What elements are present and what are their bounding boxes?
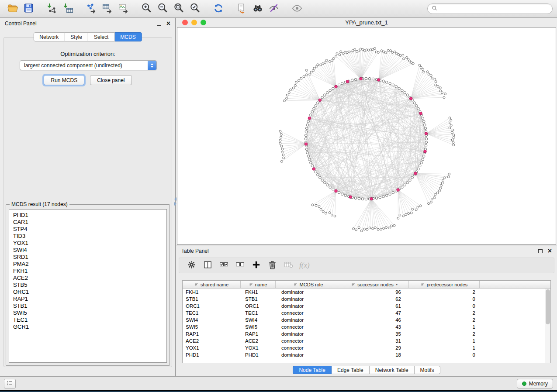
column-header-name[interactable]: name: [241, 281, 276, 288]
table-row[interactable]: FKH1FKH1dominator962: [183, 289, 550, 296]
mcds-result-list[interactable]: PHD1CAR1STP4TID3YOX1SWI4SRD1PMA2FKH1ACE2…: [9, 209, 167, 363]
tab-mcds[interactable]: MCDS: [114, 32, 142, 41]
mcds-result-item[interactable]: TEC1: [9, 316, 166, 323]
table-row[interactable]: STB1STB1dominator620: [183, 296, 550, 303]
mcds-result-item[interactable]: RAP1: [9, 296, 166, 303]
save-session-button[interactable]: [21, 1, 37, 16]
show-columns-button[interactable]: [201, 259, 214, 272]
right-region: YPA_prune.txt_1 Table Panel ×: [176, 18, 557, 376]
tab-label: Style: [70, 34, 82, 40]
import-table-button[interactable]: [60, 1, 76, 16]
close-panel-icon[interactable]: ×: [166, 20, 170, 27]
tab-network-table[interactable]: Network Table: [370, 366, 415, 374]
tab-select[interactable]: Select: [88, 32, 114, 41]
mcds-result-item[interactable]: PHD1: [9, 212, 166, 219]
unchecked-boxes-icon: [235, 260, 245, 271]
tab-network[interactable]: Network: [33, 32, 65, 41]
column-label: shared name: [201, 282, 228, 287]
memory-button[interactable]: Memory: [517, 379, 553, 389]
search-box: [427, 3, 553, 14]
table-cell: 35: [341, 330, 409, 337]
table-scrollbar[interactable]: [545, 289, 550, 363]
table-row[interactable]: SWI5SWI5connector431: [183, 323, 550, 330]
table-row[interactable]: SWI4SWI4dominator462: [183, 316, 550, 323]
run-mcds-button[interactable]: Run MCDS: [44, 75, 84, 85]
mcds-result-item[interactable]: SWI4: [9, 247, 166, 254]
hide-columns-button[interactable]: [282, 259, 294, 272]
mcds-result-item[interactable]: PMA2: [9, 261, 166, 268]
export-network-button[interactable]: [83, 1, 99, 16]
find-button[interactable]: [249, 1, 266, 16]
function-builder-button[interactable]: f(x): [299, 261, 310, 270]
search-input[interactable]: [440, 6, 548, 12]
close-panel-icon[interactable]: ×: [548, 248, 552, 254]
column-header-shared-name[interactable]: shared name: [183, 281, 241, 288]
mcds-result-item[interactable]: FKH1: [9, 268, 166, 275]
tab-edge-table[interactable]: Edge Table: [332, 366, 370, 374]
criterion-dropdown[interactable]: largest connected component (undirected): [20, 60, 157, 70]
scrollbar-thumb[interactable]: [546, 289, 550, 324]
export-image-button[interactable]: [115, 1, 131, 16]
table-row[interactable]: ACE2ACE2connector311: [183, 337, 550, 344]
tab-motifs[interactable]: Motifs: [415, 366, 440, 374]
mcds-result-item[interactable]: STB5: [9, 282, 166, 289]
binoculars-icon: [252, 3, 263, 15]
export-table-button[interactable]: [99, 1, 115, 16]
tab-style[interactable]: Style: [65, 32, 88, 41]
table-row[interactable]: ORC1ORC1dominator610: [183, 303, 550, 309]
select-all-button[interactable]: [218, 259, 230, 272]
mcds-result-item[interactable]: TID3: [9, 233, 166, 240]
tab-node-table[interactable]: Node Table: [293, 366, 332, 374]
console-button[interactable]: [4, 379, 16, 389]
control-panel: Control Panel × Network Style Select MCD…: [0, 18, 176, 376]
float-panel-icon[interactable]: [538, 249, 543, 253]
sort-icon: [249, 282, 253, 287]
open-session-button[interactable]: [4, 1, 21, 16]
tab-label: Network: [39, 34, 59, 40]
import-network-button[interactable]: [44, 1, 60, 16]
table-row[interactable]: TEC1TEC1connector472: [183, 309, 550, 316]
table-row[interactable]: YOX1YOX1connector291: [183, 344, 550, 351]
table-row[interactable]: PHD1PHD1dominator180: [183, 351, 550, 358]
clone-network-button[interactable]: [233, 1, 249, 16]
mcds-result-item[interactable]: ORC1: [9, 289, 166, 296]
mcds-result-item[interactable]: GCR1: [9, 323, 166, 330]
zoom-selected-button[interactable]: [187, 1, 203, 16]
network-canvas[interactable]: [177, 28, 556, 244]
column-header-successor-nodes[interactable]: successor nodes ▼: [341, 281, 409, 288]
sort-icon: [294, 282, 298, 287]
float-panel-icon[interactable]: [157, 22, 161, 26]
delete-column-button[interactable]: [266, 259, 278, 272]
refresh-layout-button[interactable]: [210, 1, 226, 16]
export-table-icon: [102, 3, 113, 15]
mcds-result-item[interactable]: STB1: [9, 303, 166, 309]
zoom-in-button[interactable]: [138, 1, 155, 16]
mcds-result-title: MCDS result (17 nodes): [10, 201, 69, 207]
hide-visual-button[interactable]: [266, 1, 282, 16]
import-table-icon: [62, 3, 74, 15]
zoom-fit-button[interactable]: [171, 1, 187, 16]
mcds-result-item[interactable]: SWI5: [9, 309, 166, 316]
zoom-out-button[interactable]: [155, 1, 171, 16]
search-icon: [432, 5, 438, 13]
table-cell: connector: [276, 309, 341, 316]
eye-button[interactable]: [289, 1, 305, 16]
table-row[interactable]: RAP1RAP1dominator352: [183, 330, 550, 337]
add-column-button[interactable]: [250, 259, 262, 272]
close-panel-button[interactable]: Close panel: [90, 75, 131, 85]
mcds-result-item[interactable]: STP4: [9, 226, 166, 233]
mcds-result-item[interactable]: ACE2: [9, 275, 166, 282]
open-folder-icon: [7, 3, 18, 15]
table-panel-tabs: Node Table Edge Table Network Table Moti…: [176, 366, 557, 374]
mcds-result-item[interactable]: YOX1: [9, 240, 166, 247]
table-cell: 46: [341, 316, 409, 323]
control-panel-title: Control Panel: [5, 21, 37, 27]
table-cell: RAP1: [241, 330, 276, 337]
column-header-mcds-role[interactable]: MCDS role: [276, 281, 341, 288]
column-header-predecessor-nodes[interactable]: predecessor nodes: [409, 281, 480, 288]
mcds-result-item[interactable]: CAR1: [9, 219, 166, 226]
mcds-result-item[interactable]: SRD1: [9, 254, 166, 261]
deselect-all-button[interactable]: [234, 259, 246, 272]
splitter-collapse-handle[interactable]: [174, 197, 176, 206]
table-settings-button[interactable]: [185, 259, 197, 272]
